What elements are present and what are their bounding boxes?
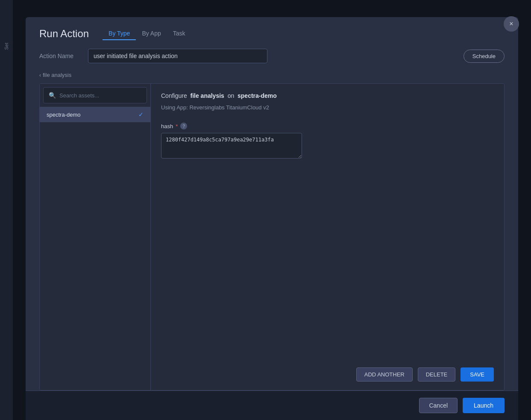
modal-header: Run Action By Type By App Task	[26, 17, 518, 40]
modal-title: Run Action	[39, 28, 89, 40]
breadcrumb-label: file analysis	[43, 72, 71, 78]
search-input[interactable]	[59, 92, 141, 99]
right-panel: Configure file analysis on spectra-demo …	[151, 84, 504, 390]
configure-action: file analysis	[190, 92, 224, 99]
configure-title: Configure file analysis on spectra-demo	[161, 92, 494, 99]
action-name-row: Action Name Schedule	[26, 40, 518, 70]
help-icon[interactable]: ?	[180, 123, 187, 129]
hash-field-label: hash	[161, 123, 173, 129]
breadcrumb: ‹ file analysis	[26, 70, 518, 83]
action-name-label: Action Name	[39, 53, 78, 59]
split-panel: 🔍 spectra-demo ✓ Configure file analysis…	[39, 83, 505, 391]
add-another-button[interactable]: ADD ANOTHER	[356, 367, 413, 382]
breadcrumb-back[interactable]: ‹ file analysis	[39, 72, 71, 78]
tab-by-app[interactable]: By App	[136, 27, 167, 40]
modal-body: 🔍 spectra-demo ✓ Configure file analysis…	[26, 83, 518, 391]
using-app: Using App: Reversinglabs TitaniumCloud v…	[161, 104, 494, 111]
action-name-input[interactable]	[88, 49, 267, 63]
launch-button[interactable]: Launch	[463, 398, 505, 413]
search-icon: 🔍	[49, 92, 56, 99]
hash-textarea[interactable]: 1280f427d149a8c5ca797a9ea29e711a3fa	[161, 133, 302, 159]
check-icon: ✓	[138, 111, 144, 118]
search-box: 🔍	[43, 87, 147, 103]
run-action-modal: × Run Action By Type By App Task Action …	[26, 17, 518, 420]
right-panel-action-buttons: ADD ANOTHER DELETE SAVE	[161, 359, 494, 382]
sidebar: Set	[0, 0, 13, 420]
hash-field-section: hash * ? 1280f427d149a8c5ca797a9ea29e711…	[161, 123, 494, 160]
tab-by-type[interactable]: By Type	[103, 27, 136, 40]
close-button[interactable]: ×	[504, 16, 519, 32]
required-marker: *	[176, 123, 178, 129]
tab-bar: By Type By App Task	[103, 27, 191, 40]
back-chevron-icon: ‹	[39, 72, 41, 78]
modal-footer: Cancel Launch	[26, 391, 518, 420]
cancel-button[interactable]: Cancel	[419, 398, 458, 413]
tab-task[interactable]: Task	[167, 27, 191, 40]
field-label-row: hash * ?	[161, 123, 494, 129]
delete-button[interactable]: DELETE	[418, 367, 456, 382]
configure-asset: spectra-demo	[238, 92, 277, 99]
left-panel: 🔍 spectra-demo ✓	[40, 84, 151, 390]
asset-item-label: spectra-demo	[47, 112, 80, 118]
asset-item-spectra-demo[interactable]: spectra-demo ✓	[40, 107, 150, 122]
sidebar-hint-text: Set	[4, 43, 9, 50]
save-button[interactable]: SAVE	[461, 367, 494, 382]
schedule-button[interactable]: Schedule	[464, 50, 505, 63]
asset-list: spectra-demo ✓	[40, 107, 150, 390]
